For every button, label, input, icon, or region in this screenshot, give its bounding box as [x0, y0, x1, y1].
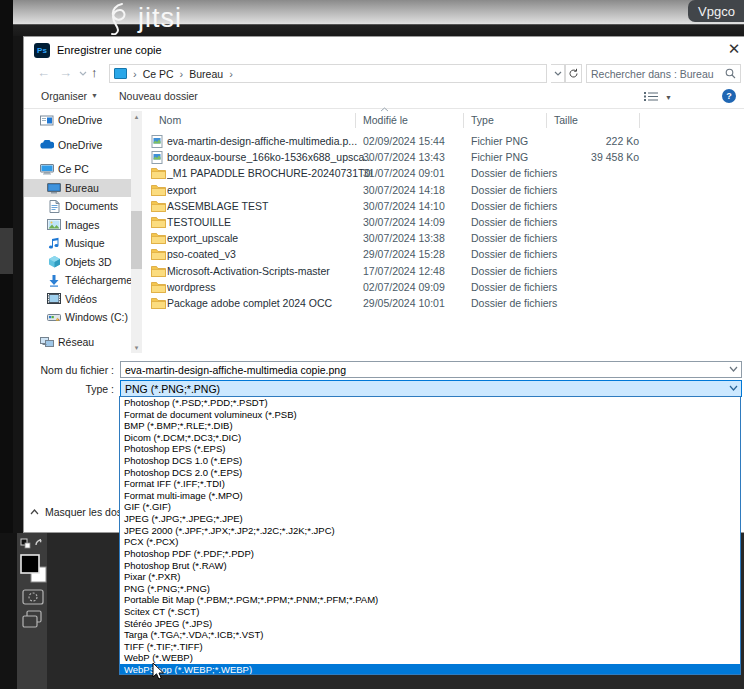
format-option[interactable]: BMP (*.BMP;*.RLE;*.DIB)	[120, 420, 740, 432]
format-option[interactable]: WebP (*.WEBP)	[120, 652, 740, 664]
dialog-titlebar[interactable]: Ps Enregistrer une copie ✕	[24, 37, 744, 63]
sidebar-item[interactable]: Ce PC	[24, 160, 131, 179]
scroll-down-icon[interactable]: ▾	[131, 342, 142, 353]
sidebar-item[interactable]: Bureau	[24, 179, 131, 198]
scroll-up-icon[interactable]: ▴	[131, 111, 142, 122]
file-name[interactable]: Package adobe complet 2024 OCC	[167, 297, 372, 309]
sidebar-item[interactable]: OneDrive	[24, 136, 131, 155]
format-option[interactable]: JPEG 2000 (*.JPF;*.JPX;*.JP2;*.J2C;*.J2K…	[120, 525, 740, 537]
sidebar-item[interactable]: Objets 3D	[24, 253, 131, 272]
file-name[interactable]: export	[167, 184, 372, 196]
file-name[interactable]: wordpress	[167, 281, 372, 293]
scrollbar-thumb[interactable]	[131, 211, 142, 269]
quick-mask-icon[interactable]	[22, 589, 44, 605]
format-option[interactable]: Photoshop DCS 1.0 (*.EPS)	[120, 455, 740, 467]
format-option[interactable]: Targa (*.TGA;*.VDA;*.ICB;*.VST)	[120, 629, 740, 641]
desktop-icon	[47, 181, 61, 195]
up-icon[interactable]: ↑	[91, 65, 98, 80]
file-row[interactable]: export_upscale 30/07/2024 13:38 Dossier …	[142, 230, 744, 246]
organize-button[interactable]: Organiser▼	[41, 90, 98, 102]
view-options-button[interactable]: ▼	[644, 91, 672, 104]
chevron-down-icon[interactable]	[729, 385, 738, 391]
format-option[interactable]: JPEG (*.JPG;*.JPEG;*.JPE)	[120, 513, 740, 525]
sidebar-item[interactable]: Windows (C:)	[24, 308, 131, 327]
back-icon[interactable]: ←	[37, 65, 50, 80]
screen-mode-icon[interactable]	[21, 609, 45, 629]
column-size[interactable]: Taille	[554, 114, 578, 126]
format-option[interactable]: Scitex CT (*.SCT)	[120, 606, 740, 618]
format-option[interactable]: PCX (*.PCX)	[120, 536, 740, 548]
file-row[interactable]: ASSEMBLAGE TEST 30/07/2024 14:10 Dossier…	[142, 198, 744, 214]
file-row[interactable]: Microsoft-Activation-Scripts-master 17/0…	[142, 263, 744, 279]
new-folder-button[interactable]: Nouveau dossier	[119, 90, 198, 102]
format-option[interactable]: GIF (*.GIF)	[120, 501, 740, 513]
breadcrumb-desktop[interactable]: Bureau	[189, 68, 223, 80]
file-row[interactable]: bordeaux-bourse_166ko-1536x688_upsca... …	[142, 149, 744, 165]
file-row[interactable]: _M1 PAPADDLE BROCHURE-20240731T06... 31/…	[142, 165, 744, 181]
file-row[interactable]: TESTOUILLE 30/07/2024 14:09 Dossier de f…	[142, 214, 744, 230]
column-modified[interactable]: Modifié le	[363, 114, 408, 126]
file-name[interactable]: bordeaux-bourse_166ko-1536x688_upsca...	[167, 151, 372, 163]
filetype-combobox[interactable]: PNG (*.PNG;*.PNG)	[120, 380, 742, 397]
sidebar-item[interactable]: Vidéos	[24, 290, 131, 309]
format-option[interactable]: Portable Bit Map (*.PBM;*.PGM;*.PPM;*.PN…	[120, 594, 740, 606]
file-name[interactable]: export_upscale	[167, 232, 372, 244]
file-row[interactable]: Package adobe complet 2024 OCC 29/05/202…	[142, 295, 744, 311]
file-name[interactable]: _M1 PAPADDLE BROCHURE-20240731T06...	[167, 167, 372, 179]
color-swatches-icon[interactable]	[19, 553, 49, 585]
column-type[interactable]: Type	[471, 114, 494, 126]
file-name[interactable]: pso-coated_v3	[167, 248, 372, 260]
sidebar-item[interactable]: Réseau	[24, 333, 131, 352]
filename-value: eva-martin-design-affiche-multimedia cop…	[125, 364, 346, 376]
refresh-icon[interactable]	[565, 64, 582, 83]
ps-panel-collapse-tab[interactable]	[0, 228, 13, 274]
format-option[interactable]: TIFF (*.TIF;*.TIFF)	[120, 641, 740, 653]
file-name[interactable]: Microsoft-Activation-Scripts-master	[167, 265, 372, 277]
breadcrumb[interactable]: › Ce PC › Bureau ›	[109, 64, 547, 83]
filetype-value: PNG (*.PNG;*.PNG)	[125, 383, 220, 395]
sidebar-item[interactable]: Musique	[24, 234, 131, 253]
file-row[interactable]: export 30/07/2024 14:18 Dossier de fichi…	[142, 182, 744, 198]
photoshop-icon: Ps	[34, 43, 50, 58]
default-colors-icon[interactable]	[19, 537, 45, 551]
file-modified: 30/07/2024 13:38	[363, 232, 463, 244]
file-name[interactable]: eva-martin-design-affiche-multimedia.p..…	[167, 135, 372, 147]
jitsi-wordmark: jitsi	[138, 1, 182, 35]
format-option[interactable]: PNG (*.PNG;*.PNG)	[120, 583, 740, 595]
format-option[interactable]: Format multi-image (*.MPO)	[120, 490, 740, 502]
file-name[interactable]: ASSEMBLAGE TEST	[167, 200, 372, 212]
address-dropdown-icon[interactable]	[551, 64, 565, 83]
sidebar-scrollbar[interactable]: ▴ ▾	[131, 111, 142, 353]
format-option[interactable]: Photoshop Brut (*.RAW)	[120, 560, 740, 572]
close-icon[interactable]: ✕	[726, 41, 742, 57]
format-option[interactable]: Pixar (*.PXR)	[120, 571, 740, 583]
format-option[interactable]: Dicom (*.DCM;*.DC3;*.DIC)	[120, 432, 740, 444]
vpg-button[interactable]: Vpgco	[688, 0, 744, 22]
sidebar-item[interactable]: Images	[24, 216, 131, 235]
sidebar-item[interactable]: Téléchargement:	[24, 271, 131, 290]
file-row[interactable]: eva-martin-design-affiche-multimedia.p..…	[142, 133, 744, 149]
help-icon[interactable]: ?	[722, 89, 736, 103]
format-option[interactable]: Format de document volumineux (*.PSB)	[120, 409, 740, 421]
filename-input[interactable]: eva-martin-design-affiche-multimedia cop…	[120, 361, 742, 378]
search-input[interactable]: Rechercher dans : Bureau	[586, 64, 741, 83]
chevron-down-icon: ▼	[91, 92, 98, 99]
sidebar-item[interactable]: Documents	[24, 197, 131, 216]
file-type: Fichier PNG	[471, 135, 561, 147]
file-name[interactable]: TESTOUILLE	[167, 216, 372, 228]
format-option[interactable]: Photoshop DCS 2.0 (*.EPS)	[120, 467, 740, 479]
column-name[interactable]: Nom	[159, 114, 181, 126]
format-option[interactable]: Photoshop (*.PSD;*.PDD;*.PSDT)	[120, 397, 740, 409]
format-option[interactable]: Format IFF (*.IFF;*.TDI)	[120, 478, 740, 490]
file-row[interactable]: wordpress 02/07/2024 09:09 Dossier de fi…	[142, 279, 744, 295]
file-row[interactable]: pso-coated_v3 29/07/2024 15:28 Dossier d…	[142, 246, 744, 262]
format-option[interactable]: Photoshop EPS (*.EPS)	[120, 443, 740, 455]
format-option[interactable]: Photoshop PDF (*.PDF;*.PDP)	[120, 548, 740, 560]
forward-icon[interactable]: →	[59, 65, 72, 80]
sidebar-item[interactable]: OneDrive	[24, 111, 131, 130]
format-option[interactable]: Stéréo JPEG (*.JPS)	[120, 618, 740, 630]
format-option[interactable]: WebPShop (*.WEBP;*.WEBP)	[120, 664, 740, 675]
breadcrumb-this-pc[interactable]: Ce PC	[143, 68, 174, 80]
history-chevron-icon[interactable]	[79, 71, 87, 76]
chevron-down-icon[interactable]	[729, 366, 738, 372]
